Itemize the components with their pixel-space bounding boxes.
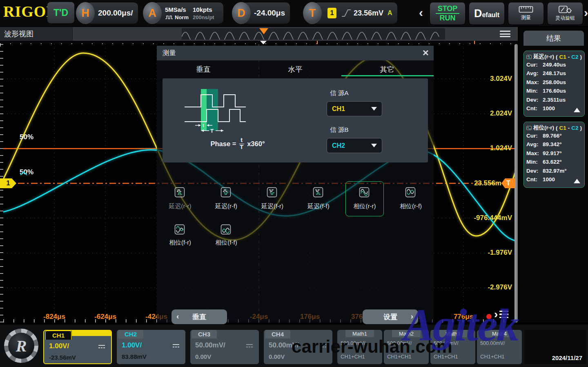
phase-rr-icon[interactable] [359,187,370,198]
prev-page-button[interactable]: ‹ 垂直 [172,309,227,324]
collapse-card-icon[interactable] [574,179,580,183]
results-panel: 结果 延迟(r-r)(C1 - C2) Cur:249.40us Avg:248… [519,27,588,323]
horizontal-delay-button[interactable]: D -24.00μs [232,2,290,24]
dc-coupling-icon [98,344,105,349]
phase-rf-icon[interactable] [405,187,416,198]
oscilloscope-screen: RIGOL T'D H 200.00μs/ A 5MSa/s Norm [0,0,588,367]
voltage-label: -976.444mV [474,214,512,222]
measure-menu-button[interactable]: 测量 [508,2,544,25]
default-button[interactable]: Default [469,2,505,25]
dialog-titlebar[interactable]: 测量 × [157,46,434,60]
dc-coupling-icon [172,343,180,348]
stop-run-button[interactable]: STOP RUN [430,2,466,25]
acquire-button[interactable]: A 5MSa/s Norm 10kpts 200ns/pt [143,2,223,24]
item-delay-rf[interactable]: 延迟(r-f) [205,202,247,210]
source-b-value: CH2 [332,142,345,149]
trigger-settings-button[interactable]: T 1 23.56mV A [303,2,397,24]
chevron-left-icon: ‹ [176,312,179,321]
phase-formula: Phase = tT x360° [189,136,287,152]
result-card-delay[interactable]: 延迟(r-r)(C1 - C2) Cur:249.40us Avg:248.17… [523,51,585,117]
time-label: -624μs [87,313,124,321]
measure-dialog: 测量 × 垂直 水平 其它 t T [157,46,434,323]
delay-rr-icon[interactable] [174,187,185,198]
gate-marker-left [317,41,318,44]
tab-vertical[interactable]: 垂直 [163,65,244,74]
ch1-50pct-label: 50% [20,133,33,141]
delay-rf-icon[interactable] [220,187,231,198]
item-phase-rf[interactable]: 相位(r-f) [390,202,432,210]
trigger-status-button[interactable]: T'D [47,2,74,23]
trigger-sweep-mode: A [388,9,392,17]
delay-ff-icon[interactable] [313,187,323,198]
ch3-offset: 0.00V [195,353,211,360]
gate-marker-right [474,41,475,44]
ch1-active-strip [72,331,111,336]
item-phase-rr[interactable]: 相位(r-r) [343,202,386,210]
ch2-scale: 1.00V/ [122,341,142,349]
math4-expression: CH1+CH1 [480,354,505,360]
trigger-source-badge: 1 [327,8,336,18]
trigger-position-icon[interactable] [259,28,268,34]
item-delay-fr[interactable]: 延迟(f-r) [251,202,294,210]
waveform-view-tab[interactable]: 波形视图 [0,27,73,41]
item-phase-fr[interactable]: 相位(f-r) [159,239,201,247]
trigger-level-value: 23.56mV [354,9,383,18]
horizontal-scale-button[interactable]: H 200.00μs/ [76,2,138,24]
result-card-phase[interactable]: 相位(r-r)(C1 - C2) Cur:89.766° Avg:89.342°… [523,122,585,188]
datetime-box[interactable]: 2024/11/27 [524,330,586,364]
source-b-dropdown[interactable]: CH2 [327,138,382,153]
ch1-card[interactable]: CH1 1.00V/ -23.56mV [43,330,112,364]
voltage-label: 3.024V [490,75,512,83]
voltage-label: 1.024V [490,144,512,152]
chevron-down-icon [371,107,377,111]
delay-icon: D [232,2,251,24]
trigger-icon: T [303,2,322,24]
phase-fr-icon[interactable] [174,224,185,235]
collapse-card-icon[interactable] [574,108,580,112]
delay-value: -24.00μs [254,9,285,18]
acquire-mode: Norm [175,14,189,20]
source-a-dropdown[interactable]: CH1 [327,101,382,116]
item-delay-rr[interactable]: 延迟(r-r) [159,202,201,210]
sample-interval: 200ns/pt [193,14,214,20]
dialog-body: 垂直 水平 其它 t T Phase = [157,60,434,323]
chevron-down-icon [371,144,377,147]
smart-knob-button[interactable]: 灵动旋钮 [547,2,583,25]
run-label: RUN [440,14,456,22]
ch1-offset: -23.56mV [49,354,76,361]
voltage-label: 2.024V [490,109,512,118]
waveform-menu-icon[interactable] [500,31,510,37]
delay-fr-icon[interactable] [267,187,277,198]
phase-ff-icon[interactable] [220,224,231,235]
memory-depth: 10kpts [193,6,214,13]
preview-sine-icon [182,28,445,40]
close-icon[interactable]: × [423,47,429,59]
phase-diagram: t T [176,86,270,135]
rigol-gear-logo[interactable]: R [4,329,38,363]
acquire-icon: A [143,2,162,24]
active-tab-underline [341,75,434,76]
toolbar-scroll-right-icon[interactable]: › [584,6,588,20]
square-wave-icon [165,15,173,20]
voltage-label: -1.976V [488,249,512,257]
toolbar-scroll-left-icon[interactable]: ‹ [419,6,423,20]
ch3-card[interactable]: CH3 50.00mV/ 0.00V [190,330,259,364]
watermark-brand: Agitek [403,299,518,351]
item-phase-ff[interactable]: 相位(f-f) [205,239,247,247]
timebase-preview-strip[interactable] [182,28,445,40]
measure-button-label: 测量 [521,14,531,21]
ch1-scale: 1.00V/ [49,342,69,350]
ch2-offset: 83.88mV [122,353,147,360]
ch4-label: CH4 [265,330,290,338]
phase-settings-panel: t T Phase = tT x360° 信 源A CH1 信 源B CH [163,78,428,162]
horizontal-ruler [0,41,518,44]
ch1-label: CH1 [45,331,71,340]
ch2-card[interactable]: CH2 1.00V/ 83.88mV [117,330,185,364]
tab-other[interactable]: 其它 [346,65,428,74]
svg-text:t: t [203,123,204,128]
dc-coupling-icon [246,343,253,348]
tab-horizontal[interactable]: 水平 [254,65,336,74]
ch3-label: CH3 [192,330,217,338]
waveform-header: 波形视图 [0,27,518,41]
item-delay-ff[interactable]: 延迟(f-f) [297,202,340,210]
